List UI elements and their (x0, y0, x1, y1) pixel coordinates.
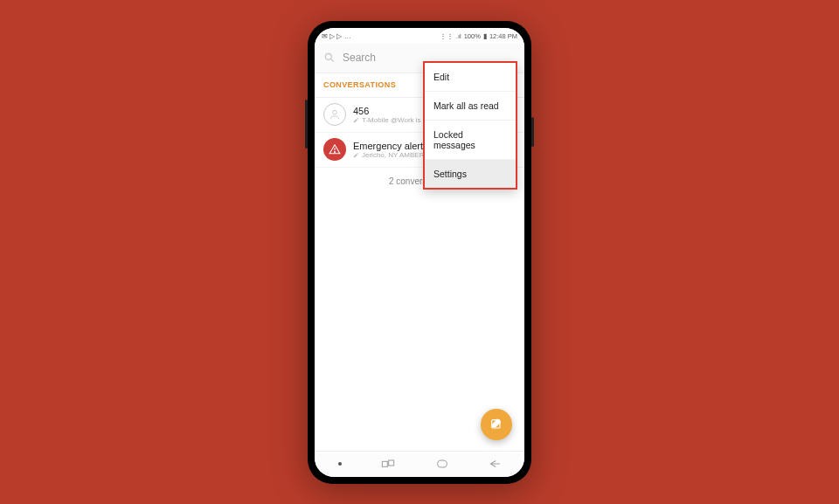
menu-item-mark-all-read[interactable]: Mark all as read (425, 92, 516, 121)
avatar-icon (323, 103, 346, 126)
svg-rect-7 (389, 460, 394, 466)
svg-rect-8 (437, 460, 447, 467)
phone-frame: ✉ ▷ ▷ … ⋮⋮ .ıl 100% ▮ 12:48 PM Search CO… (308, 21, 531, 484)
back-button[interactable] (489, 459, 501, 469)
battery-text: 100% (464, 32, 481, 40)
phone-screen: ✉ ▷ ▷ … ⋮⋮ .ıl 100% ▮ 12:48 PM Search CO… (315, 28, 524, 477)
conversation-title: Emergency alerts (353, 141, 428, 151)
navigation-bar (315, 451, 524, 477)
svg-point-2 (333, 110, 337, 114)
svg-line-1 (330, 59, 333, 61)
menu-item-locked-messages[interactable]: Locked messages (425, 121, 516, 160)
conversation-title: 456 (353, 106, 421, 116)
conversation-subtitle: T-Mobile @Work is (353, 116, 421, 124)
wifi-icon: ⋮⋮ (440, 32, 454, 40)
compose-button[interactable] (481, 409, 512, 440)
overflow-menu: Edit Mark all as read Locked messages Se… (423, 61, 517, 190)
status-indicators-left: ✉ ▷ ▷ … (322, 32, 351, 40)
home-button[interactable] (435, 459, 449, 469)
search-placeholder: Search (343, 52, 376, 64)
svg-rect-6 (383, 461, 388, 466)
status-indicators-right: ⋮⋮ .ıl 100% ▮ 12:48 PM (440, 32, 517, 40)
recent-apps-button[interactable] (381, 459, 395, 469)
search-icon (323, 52, 336, 64)
alert-icon (323, 138, 346, 161)
signal-icon: .ıl (456, 32, 461, 40)
nav-dot (338, 462, 342, 466)
power-button[interactable] (531, 117, 534, 147)
menu-item-settings[interactable]: Settings (425, 160, 516, 188)
draft-icon (353, 117, 359, 123)
svg-point-4 (335, 151, 336, 152)
volume-button[interactable] (305, 100, 308, 148)
status-time: 12:48 PM (489, 32, 517, 40)
compose-icon (489, 418, 503, 432)
status-bar: ✉ ▷ ▷ … ⋮⋮ .ıl 100% ▮ 12:48 PM (315, 28, 524, 44)
menu-item-edit[interactable]: Edit (425, 63, 516, 92)
tab-conversations[interactable]: CONVERSATIONS (323, 80, 396, 89)
conversation-subtitle: Jericho, NY AMBER (353, 151, 428, 159)
battery-icon: ▮ (483, 32, 487, 40)
svg-point-0 (325, 53, 331, 59)
draft-icon (353, 152, 359, 158)
